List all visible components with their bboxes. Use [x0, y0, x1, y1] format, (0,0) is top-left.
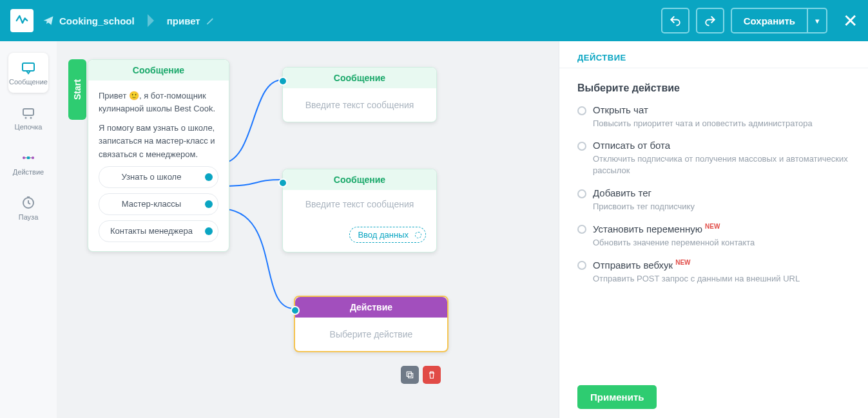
out-port-icon[interactable]	[415, 232, 421, 238]
telegram-icon	[43, 15, 54, 26]
svg-rect-0	[23, 63, 34, 71]
delete-button[interactable]	[423, 366, 441, 384]
in-port-icon[interactable]	[291, 306, 300, 315]
option-master-classes[interactable]: Мастер-классы	[99, 193, 218, 215]
close-icon[interactable]: ✕	[843, 10, 858, 32]
new-badge: NEW	[675, 259, 690, 266]
message-placeholder[interactable]: Введите текст сообщения	[283, 190, 436, 209]
action-description: Отправить POST запрос с данными на внешн…	[593, 273, 850, 285]
option-manager-contacts[interactable]: Контакты менеджера	[99, 220, 218, 242]
node-header: Сообщение	[283, 68, 436, 88]
in-port-icon[interactable]	[278, 77, 287, 86]
sidebar-action[interactable]: Действие	[8, 143, 48, 183]
copy-button[interactable]	[401, 366, 419, 384]
action-option[interactable]: Добавить тег	[577, 187, 850, 198]
option-about-school[interactable]: Узнать о школе	[99, 166, 218, 188]
save-dropdown-button[interactable]: ▾	[808, 8, 827, 33]
sidebar-message[interactable]: Сообщение	[8, 53, 48, 93]
flow-name[interactable]: привет	[167, 15, 200, 26]
out-port-icon[interactable]	[205, 173, 213, 181]
svg-rect-8	[27, 196, 30, 198]
svg-point-3	[30, 117, 32, 119]
message-placeholder[interactable]: Введите текст сообщения	[283, 88, 436, 122]
action-placeholder[interactable]: Выберите действие	[295, 318, 447, 351]
new-badge: NEW	[705, 223, 720, 230]
radio-icon[interactable]	[577, 142, 586, 151]
action-description: Отключить подписчика от получения массов…	[593, 153, 850, 176]
message-text-2: Я помогу вам узнать о школе, записаться …	[99, 122, 218, 160]
node-header: Действие	[295, 297, 447, 318]
data-input-chip[interactable]: Ввод данных	[349, 227, 426, 243]
message-text-1: Привет 🙂, я бот-помощник кулинарной школ…	[99, 90, 218, 115]
in-port-icon[interactable]	[278, 178, 287, 187]
action-option[interactable]: Отписать от бота	[577, 140, 850, 151]
node-message-2[interactable]: Сообщение Введите текст сообщения	[282, 67, 437, 122]
action-icon	[21, 150, 36, 166]
svg-rect-1	[23, 109, 34, 115]
undo-button[interactable]	[661, 8, 690, 33]
action-option[interactable]: Установить переменнуюNEW	[577, 223, 850, 234]
apply-button[interactable]: Применить	[577, 385, 657, 409]
start-tag: Start	[68, 59, 86, 120]
panel-header: ДЕЙСТВИЕ	[559, 41, 868, 68]
action-option[interactable]: Открыть чат	[577, 104, 850, 115]
sidebar-pause[interactable]: Пауза	[8, 188, 48, 228]
top-bar: Cooking_school привет Сохранить ▾ ✕	[0, 0, 868, 41]
node-header: Сообщение	[283, 169, 436, 190]
sidebar-chain[interactable]: Цепочка	[8, 98, 48, 138]
save-button[interactable]: Сохранить	[731, 8, 808, 33]
svg-point-5	[32, 157, 34, 159]
breadcrumb-separator-icon	[148, 14, 154, 27]
out-port-icon[interactable]	[205, 227, 213, 235]
radio-icon[interactable]	[577, 189, 586, 198]
message-icon	[21, 60, 36, 75]
radio-icon[interactable]	[577, 225, 586, 234]
pause-icon	[21, 195, 36, 211]
svg-rect-6	[27, 157, 30, 159]
out-port-icon[interactable]	[205, 200, 213, 208]
action-option[interactable]: Отправить вебхукNEW	[577, 259, 850, 271]
flow-canvas[interactable]: Start Сообщение Привет 🙂, я бот-помощник…	[57, 41, 559, 418]
radio-icon[interactable]	[577, 106, 586, 115]
app-logo[interactable]	[10, 9, 34, 32]
node-tools	[401, 366, 441, 384]
radio-icon[interactable]	[577, 261, 586, 270]
chain-icon	[21, 105, 36, 120]
edit-icon[interactable]	[206, 16, 215, 26]
action-description: Повысить приоритет чата и оповестить адм…	[593, 118, 850, 129]
node-message-3[interactable]: Сообщение Введите текст сообщения Ввод д…	[282, 169, 437, 252]
svg-rect-10	[409, 374, 413, 378]
tool-sidebar: Сообщение Цепочка Действие Пауза	[0, 41, 57, 418]
redo-button[interactable]	[696, 8, 724, 33]
node-start-message[interactable]: Сообщение Привет 🙂, я бот-помощник кулин…	[88, 59, 229, 252]
breadcrumb: Cooking_school привет	[43, 14, 215, 27]
action-label: Установить переменнуюNEW	[593, 223, 720, 234]
svg-rect-9	[407, 372, 411, 376]
action-description: Обновить значение переменной контакта	[593, 237, 850, 249]
node-action[interactable]: Действие Выберите действие	[294, 296, 448, 352]
node-header: Сообщение	[88, 60, 229, 81]
action-description: Присвоить тег подписчику	[593, 201, 850, 213]
action-panel: ДЕЙСТВИЕ Выберите действие Открыть чатПо…	[559, 41, 868, 418]
svg-point-2	[25, 117, 27, 119]
bot-name[interactable]: Cooking_school	[59, 15, 135, 26]
panel-title: Выберите действие	[577, 82, 850, 94]
svg-point-4	[23, 157, 25, 159]
action-label: Добавить тег	[593, 187, 651, 198]
action-label: Открыть чат	[593, 104, 648, 115]
action-label: Отписать от бота	[593, 140, 670, 151]
action-label: Отправить вебхукNEW	[593, 259, 691, 271]
